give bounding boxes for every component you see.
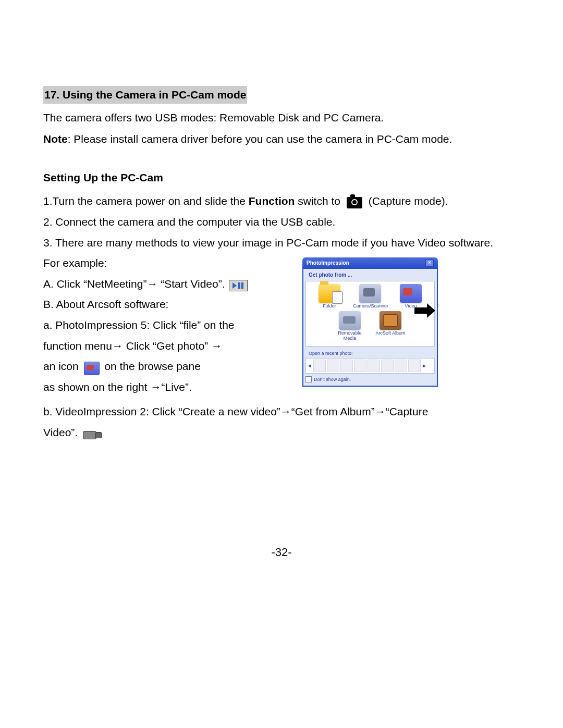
b2-pre: Video”.	[43, 426, 78, 438]
camera-icon	[347, 197, 362, 208]
thumb-slot[interactable]	[340, 360, 353, 372]
sub-heading: Setting Up the PC-Cam	[43, 169, 519, 187]
step1-mid: switch to	[295, 195, 340, 207]
thumb-slot[interactable]	[327, 360, 339, 372]
arrow-icon: →	[112, 340, 123, 352]
thumb-slot[interactable]	[354, 360, 366, 372]
scroll-right-button[interactable]: ►	[422, 360, 427, 372]
step1-bold: Function	[249, 195, 295, 207]
video-icon	[84, 362, 100, 375]
b1-mid: “Get from Album”	[291, 405, 375, 417]
option-removable-media[interactable]: Removable Media	[333, 311, 367, 341]
close-icon[interactable]: ×	[425, 260, 434, 267]
a4-pre: as shown on the right	[43, 381, 150, 393]
icon-label: Removable Media	[333, 331, 367, 341]
scroll-left-button[interactable]: ◄	[307, 360, 312, 372]
thumb-slot[interactable]	[313, 360, 326, 372]
A-post: “Start Video”.	[157, 278, 225, 290]
a-line3: an icon on the browse pane	[43, 357, 519, 375]
svg-rect-1	[238, 282, 240, 289]
page-number: -32-	[0, 543, 563, 561]
note-line: Note: Please install camera driver befor…	[43, 130, 519, 148]
step-1: 1.Turn the camera power on and slide the…	[43, 192, 519, 210]
album-icon	[380, 311, 401, 330]
recent-label: Open a recent photo:	[309, 350, 435, 357]
thumb-slot[interactable]	[381, 360, 394, 372]
removable-media-icon	[339, 311, 361, 330]
a3-post: on the browse pane	[104, 360, 200, 372]
a4-post: “Live”.	[161, 381, 191, 393]
icon-label: ArcSoft Album	[373, 331, 408, 336]
arrow-icon: →	[146, 278, 157, 290]
recent-thumbstrip: ◄ ►	[305, 358, 435, 374]
intro-text: The camera offers two USB modes: Removab…	[43, 109, 519, 127]
b-line1: b. VideoImpression 2: Click “Create a ne…	[43, 403, 519, 421]
svg-rect-2	[241, 282, 243, 289]
play-pause-icon	[229, 280, 248, 291]
icon-label: Camera/Scanner	[353, 304, 387, 309]
a-line4: as shown on the right →“Live”.	[43, 378, 519, 396]
thumb-slot[interactable]	[368, 360, 380, 372]
option-camera-scanner[interactable]: Camera/Scanner	[353, 284, 387, 309]
cursor-arrow-icon	[414, 302, 435, 322]
icon-panel: Folder Camera/Scanner Video Removable Me…	[305, 281, 435, 347]
arrow-icon: →	[375, 405, 386, 417]
a2-pre: function menu	[43, 340, 112, 352]
dont-show-row: Don't show again.	[305, 376, 435, 383]
step-3: 3. There are many methods to view your i…	[43, 234, 519, 252]
photoimpression-window: PhotoImpression × Get photo from ... Fol…	[302, 257, 438, 387]
a2-mid: Click “Get photo”	[123, 340, 211, 352]
line-B: B. About Arcsoft software:	[43, 295, 519, 313]
thumb-slot[interactable]	[395, 360, 407, 372]
step-2: 2. Connect the camera and the computer v…	[43, 213, 519, 231]
step1-pre: 1.Turn the camera power on and slide the	[43, 195, 249, 207]
svg-marker-0	[232, 282, 237, 289]
a-line2: function menu→ Click “Get photo” →	[43, 337, 519, 355]
arrow-icon: →	[211, 340, 222, 352]
arrow-icon: →	[280, 405, 291, 417]
a3-pre: an icon	[43, 360, 79, 372]
thumb-slot[interactable]	[408, 360, 421, 372]
dont-show-label: Don't show again.	[314, 376, 351, 383]
option-folder[interactable]: Folder	[312, 284, 347, 309]
for-example: For example:	[43, 254, 519, 272]
window-title: PhotoImpression	[307, 259, 349, 267]
steps-list: 1.Turn the camera power on and slide the…	[43, 192, 519, 441]
dont-show-checkbox[interactable]	[305, 376, 312, 382]
section-heading: 17. Using the Camera in PC-Cam mode	[43, 86, 247, 104]
svg-marker-3	[414, 303, 435, 318]
note-label: Note	[43, 133, 68, 145]
camcorder-icon	[83, 428, 102, 440]
video-option-icon	[400, 284, 422, 303]
line-A: A. Click “NetMeeting”→ “Start Video”.	[43, 275, 519, 293]
b1-pre: b. VideoImpression 2: Click “Create a ne…	[43, 405, 280, 417]
A-pre: A. Click “NetMeeting”	[43, 278, 146, 290]
b-line2: Video”.	[43, 424, 519, 441]
icon-label: Folder	[312, 304, 347, 309]
document-page: 17. Using the Camera in PC-Cam mode The …	[0, 0, 563, 728]
step1-post: (Capture mode).	[369, 195, 448, 207]
window-frame: Get photo from ... Folder Camera/Scanner…	[302, 269, 438, 387]
note-text: : Please install camera driver before yo…	[68, 133, 452, 145]
window-titlebar: PhotoImpression ×	[302, 257, 438, 269]
b1-post: “Capture	[386, 405, 429, 417]
window-subtitle: Get photo from ...	[309, 271, 435, 279]
folder-icon	[319, 284, 340, 303]
arrow-icon: →	[150, 381, 161, 393]
option-arcsoft-album[interactable]: ArcSoft Album	[373, 311, 408, 341]
a-line1: a. PhotoImpression 5: Click “file” on th…	[43, 316, 519, 334]
camera-scanner-icon	[359, 284, 381, 303]
